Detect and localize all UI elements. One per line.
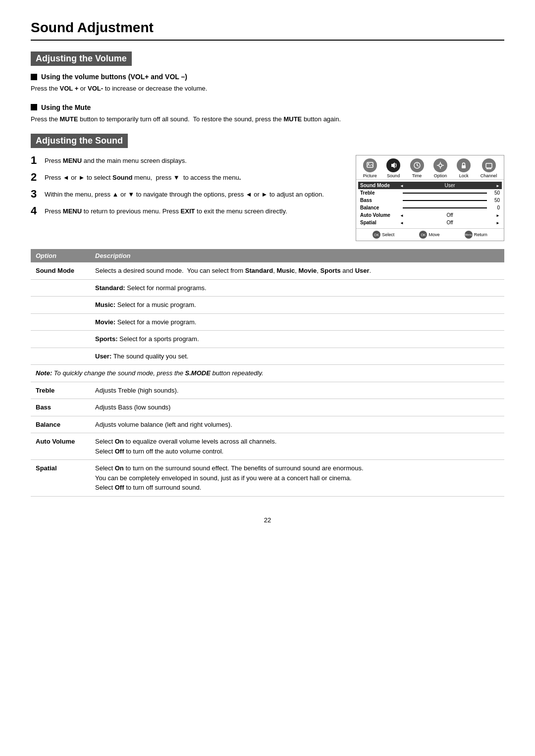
option-icon [433, 158, 447, 172]
menu-row-treble: Treble 50 [360, 189, 500, 197]
bullet-square [31, 74, 37, 80]
spatial-label: Spatial [360, 220, 400, 225]
menu-icon-time: Time [410, 158, 424, 178]
section-volume: Adjusting the Volume Using the volume bu… [31, 51, 504, 124]
user-option-empty [31, 348, 90, 365]
treble-option: Treble [31, 382, 90, 399]
table-row-sports: Sports: Select for a sports program. [31, 331, 504, 348]
menu-icon-channel: Channel [481, 158, 497, 178]
auto-volume-option: Auto Volume [31, 433, 90, 460]
sound-mode-label: Sound Mode [360, 183, 400, 188]
movie-option-empty [31, 313, 90, 331]
channel-label: Channel [481, 173, 497, 178]
section-volume-header: Adjusting the Volume [31, 51, 132, 66]
footer-move-btn: OK [419, 231, 427, 239]
section-sound: Adjusting the Sound 1 Press MENU and the… [31, 134, 504, 497]
menu-icon-option: Option [433, 158, 447, 178]
footer-return-label: Return [474, 232, 487, 237]
spatial-option: Spatial [31, 460, 90, 497]
sound-mode-right-arrow [496, 183, 500, 188]
svg-rect-9 [462, 165, 466, 168]
page-title: Sound Adjustment [31, 20, 504, 41]
treble-value: 50 [490, 190, 500, 196]
mute-text: Press the MUTE button to temporarily tur… [31, 114, 504, 124]
treble-label: Treble [360, 190, 400, 196]
lock-icon [457, 158, 471, 172]
table-row-movie: Movie: Select for a movie program. [31, 313, 504, 331]
balance-description: Adjusts volume balance (left and right v… [90, 416, 504, 433]
table-row-bass: Bass Adjusts Bass (low sounds) [31, 399, 504, 416]
user-description: User: The sound quality you set. [90, 348, 504, 365]
subsection-vol-buttons-title: Using the volume buttons (VOL+ and VOL –… [31, 73, 504, 81]
auto-volume-value: Off [404, 212, 496, 218]
bass-description: Adjusts Bass (low sounds) [90, 399, 504, 416]
svg-rect-10 [486, 163, 492, 168]
channel-icon [482, 158, 496, 172]
sound-label: Sound [387, 173, 400, 178]
svg-point-1 [368, 163, 369, 165]
subsection-mute: Using the Mute Press the MUTE button to … [31, 103, 504, 124]
standard-description: Standard: Select for normal programs. [90, 279, 504, 297]
music-option-empty [31, 297, 90, 314]
bass-label: Bass [360, 198, 400, 203]
menu-row-balance: Balance 0 [360, 204, 500, 211]
sports-description: Sports: Select for a sports program. [90, 331, 504, 348]
svg-point-4 [439, 164, 442, 167]
auto-volume-description: Select On to equalize overall volume lev… [90, 433, 504, 460]
footer-move: OK Move [419, 231, 439, 239]
table-row-user: User: The sound quality you set. [31, 348, 504, 365]
description-col-header: Description [90, 249, 504, 262]
subsection-vol-buttons: Using the volume buttons (VOL+ and VOL –… [31, 73, 504, 94]
menu-icon-lock: Lock [457, 158, 471, 178]
bass-value: 50 [490, 198, 500, 203]
footer-select-label: Select [382, 232, 394, 237]
treble-description: Adjusts Treble (high sounds). [90, 382, 504, 399]
standard-option-empty [31, 279, 90, 297]
step-2-number: 2 [31, 172, 40, 183]
bass-slider [403, 200, 487, 201]
step-3: 3 Within the menu, press ▲ or ▼ to navig… [31, 189, 346, 200]
step-4-text: Press MENU to return to previous menu. P… [45, 205, 346, 216]
steps-list: 1 Press MENU and the main menu screen di… [31, 155, 346, 241]
sound-mode-value: User [404, 183, 496, 188]
footer-menu-btn: Menu [465, 231, 473, 239]
bass-option: Bass [31, 399, 90, 416]
footer-ok-btn: OK [373, 231, 380, 239]
table-row-sound-mode-main: Sound Mode Selects a desired sound mode.… [31, 262, 504, 279]
picture-label: Picture [363, 173, 377, 178]
sports-option-empty [31, 331, 90, 348]
svg-marker-2 [391, 162, 395, 168]
footer-select: OK Select [373, 231, 394, 239]
subsection-mute-title: Using the Mute [31, 103, 504, 111]
step-2-text: Press ◄ or ► to select Sound menu, press… [45, 172, 346, 183]
spatial-left-arrow [400, 220, 404, 225]
auto-volume-left-arrow [400, 212, 404, 218]
lock-label: Lock [459, 173, 469, 178]
balance-slider [403, 207, 487, 208]
spatial-description: Select On to turn on the surround sound … [90, 460, 504, 497]
note-text: Note: To quickly change the sound mode, … [31, 365, 504, 382]
table-row-balance: Balance Adjusts volume balance (left and… [31, 416, 504, 433]
step-1-text: Press MENU and the main menu screen disp… [45, 155, 346, 166]
table-row-music: Music: Select for a music program. [31, 297, 504, 314]
movie-description: Movie: Select for a movie program. [90, 313, 504, 331]
tv-menu-box: Picture Sound Time [356, 155, 504, 241]
option-label: Option [434, 173, 447, 178]
time-icon [410, 158, 424, 172]
spatial-right-arrow [496, 220, 500, 225]
table-row-note: Note: To quickly change the sound mode, … [31, 365, 504, 382]
menu-icons-row: Picture Sound Time [356, 155, 504, 180]
sound-mode-left-arrow [400, 183, 404, 188]
step-1-number: 1 [31, 155, 40, 166]
footer-move-label: Move [428, 232, 439, 237]
auto-volume-right-arrow [496, 212, 500, 218]
table-row-standard: Standard: Select for normal programs. [31, 279, 504, 297]
menu-rows: Sound Mode User Treble 50 Bass 50 [356, 180, 504, 228]
step-3-number: 3 [31, 189, 40, 200]
table-row-auto-volume: Auto Volume Select On to equalize overal… [31, 433, 504, 460]
step-3-text: Within the menu, press ▲ or ▼ to navigat… [45, 189, 346, 200]
spatial-value: Off [404, 220, 496, 225]
step-2: 2 Press ◄ or ► to select Sound menu, pre… [31, 172, 346, 183]
treble-slider [403, 193, 487, 194]
step-4: 4 Press MENU to return to previous menu.… [31, 205, 346, 216]
